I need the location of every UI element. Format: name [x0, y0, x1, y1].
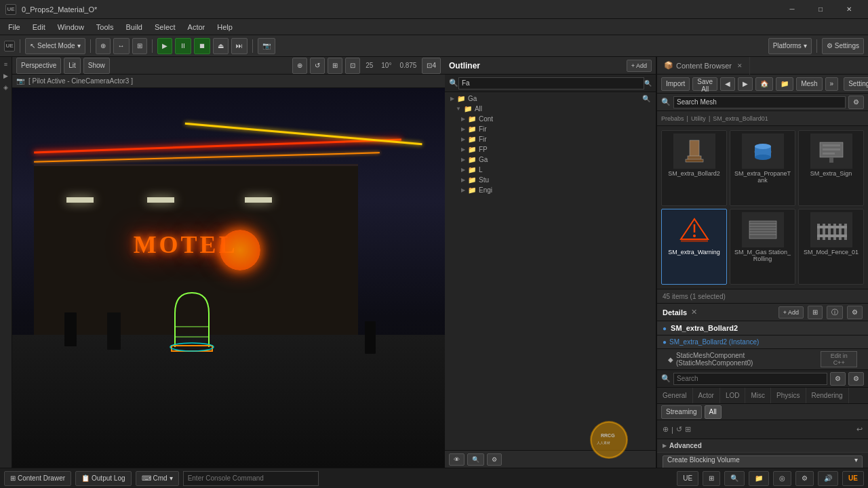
- tab-actor[interactable]: Actor: [693, 388, 720, 404]
- viewport-icon-1[interactable]: ⊕: [292, 58, 307, 74]
- ue-bottom-icon[interactable]: UE: [677, 471, 698, 486]
- perspective-button[interactable]: Perspective: [16, 58, 61, 74]
- maximize-button[interactable]: □: [807, 0, 834, 19]
- transform-btn-2[interactable]: ↔: [113, 38, 130, 54]
- outliner-add-button[interactable]: + Add: [627, 60, 652, 72]
- close-button[interactable]: ✕: [835, 0, 863, 19]
- expand-btn[interactable]: »: [825, 77, 839, 91]
- menu-edit[interactable]: Edit: [27, 22, 51, 33]
- mesh-item-bollard2[interactable]: SM_extra_Bollard2: [661, 130, 727, 206]
- menu-build[interactable]: Build: [121, 22, 148, 33]
- home-btn[interactable]: 🏠: [755, 77, 773, 91]
- cb-settings-btn[interactable]: Settings: [844, 77, 868, 91]
- outliner-search-input[interactable]: [458, 77, 644, 89]
- details-settings-btn[interactable]: ⚙: [847, 306, 863, 319]
- pause-button[interactable]: ⏸: [175, 38, 191, 54]
- play-button[interactable]: ▶: [157, 38, 172, 54]
- details-add-button[interactable]: + Add: [778, 306, 804, 319]
- show-button[interactable]: Show: [83, 58, 110, 74]
- details-close-btn[interactable]: ✕: [691, 308, 697, 317]
- mesh-item-propanetank[interactable]: SM_extra_PropaneTank: [730, 130, 795, 206]
- tree-item-engi[interactable]: ▶ 📁 Engi: [445, 185, 656, 195]
- tree-item-cont[interactable]: ▶ 📁 Cont: [445, 114, 656, 124]
- history-back-btn[interactable]: ◀: [720, 77, 735, 91]
- transform-btn-3[interactable]: ⊞: [132, 38, 147, 54]
- ue-engine-icon[interactable]: UE: [842, 471, 864, 486]
- viewport-icon-3[interactable]: ⊞: [328, 58, 342, 74]
- sidebar-icon-1[interactable]: ≡: [1, 60, 11, 69]
- sidebar-icon-3[interactable]: ◈: [1, 83, 11, 92]
- outliner-search-btn[interactable]: 🔍: [467, 453, 484, 466]
- outliner-filter-btn[interactable]: ⚙: [487, 453, 502, 466]
- skip-button[interactable]: ⏭: [231, 38, 248, 54]
- subtab-streaming[interactable]: Streaming: [661, 405, 702, 419]
- transform-btn-1[interactable]: ⊕: [96, 38, 111, 54]
- menu-select[interactable]: Select: [149, 22, 181, 33]
- mesh-item-gasstation[interactable]: SM_M_Gas Station_Rolling: [730, 209, 795, 285]
- tree-item-stu[interactable]: ▶ 📁 Stu: [445, 175, 656, 185]
- details-grid-btn[interactable]: ⊞: [808, 306, 823, 319]
- chrome-icon[interactable]: ◎: [773, 471, 791, 486]
- import-button[interactable]: Import: [661, 77, 690, 91]
- details-info-btn[interactable]: ⓘ: [827, 306, 843, 319]
- cb-close-icon[interactable]: ✕: [737, 62, 743, 69]
- folder-btn[interactable]: 📁: [776, 77, 793, 91]
- details-search-input[interactable]: [673, 373, 827, 385]
- save-all-button[interactable]: Save All: [692, 77, 717, 91]
- viewport-icon-4[interactable]: ⊡: [345, 58, 360, 74]
- tree-item-fir1[interactable]: ▶ 📁 Fir: [445, 124, 656, 134]
- subtab-all[interactable]: All: [705, 405, 722, 419]
- details-search-filter-btn[interactable]: ⚙: [848, 372, 864, 386]
- tab-physics[interactable]: Physics: [771, 388, 806, 404]
- history-fwd-btn[interactable]: ▶: [738, 77, 753, 91]
- sidebar-icon-2[interactable]: ▶: [1, 71, 11, 81]
- select-mode-button[interactable]: ↖ Select Mode ▾: [25, 38, 85, 54]
- cb-filter-btn[interactable]: ⚙: [848, 96, 864, 109]
- tree-item-fp[interactable]: ▶ 📁 FP: [445, 144, 656, 155]
- tree-item-fir2[interactable]: ▶ 📁 Fir: [445, 134, 656, 144]
- console-command-input[interactable]: [183, 471, 319, 486]
- camera-btn[interactable]: 📷: [258, 38, 275, 54]
- minimize-button[interactable]: ─: [778, 0, 806, 19]
- menu-file[interactable]: File: [3, 22, 26, 33]
- mesh-btn[interactable]: Mesh: [796, 77, 822, 91]
- tab-general[interactable]: General: [657, 388, 693, 404]
- folder-bottom-icon[interactable]: 📁: [749, 471, 769, 486]
- mesh-item-warning[interactable]: SM_extra_Warning: [661, 209, 727, 285]
- output-log-button[interactable]: 📋 Output Log: [75, 471, 131, 486]
- tab-content-browser[interactable]: 📦 Content Browser ✕: [657, 57, 750, 75]
- tab-lod[interactable]: LOD: [720, 388, 746, 404]
- edit-cpp-button[interactable]: Edit in C++: [821, 351, 857, 367]
- menu-help[interactable]: Help: [212, 22, 238, 33]
- windows-icon[interactable]: ⊞: [703, 471, 720, 486]
- menu-tools[interactable]: Tools: [91, 22, 119, 33]
- settings-button[interactable]: ⚙ Settings: [822, 38, 864, 54]
- outliner-eye-btn[interactable]: 👁: [449, 453, 465, 466]
- tree-item-ga2[interactable]: ▶ 📁 Ga: [445, 155, 656, 165]
- create-blocking-button[interactable]: Create Blocking Volume ▾: [663, 455, 863, 468]
- viewport-cam-btn[interactable]: ⊡4: [422, 58, 441, 74]
- instance-row[interactable]: ● SM_extra_Bollard2 (Instance): [657, 336, 868, 349]
- mesh-item-sign[interactable]: SM_extra_Sign: [798, 130, 864, 206]
- eject-button[interactable]: ⏏: [213, 38, 229, 54]
- platforms-button[interactable]: Platforms ▾: [768, 38, 812, 54]
- search-bottom-icon[interactable]: 🔍: [724, 471, 745, 486]
- content-drawer-button[interactable]: ⊞ Content Drawer: [4, 471, 71, 486]
- mesh-item-fence[interactable]: SM_Mod_Fence_01: [798, 209, 864, 285]
- tab-misc[interactable]: Misc: [745, 388, 771, 404]
- settings-bottom-icon[interactable]: ⚙: [795, 471, 814, 486]
- stop-button[interactable]: ⏹: [194, 38, 210, 54]
- tree-item-all[interactable]: ▼ 📁 All: [445, 104, 656, 114]
- details-search-settings-btn[interactable]: ⚙: [830, 372, 846, 386]
- speaker-icon[interactable]: 🔊: [818, 471, 838, 486]
- tree-item-l[interactable]: ▶ 📁 L: [445, 165, 656, 175]
- tree-item-ga[interactable]: ▶ 📁 Ga 🔍: [445, 94, 656, 104]
- tab-rendering[interactable]: Rendering: [806, 388, 849, 404]
- lit-button[interactable]: Lit: [64, 58, 81, 74]
- section-advanced-header[interactable]: ▶ Advanced: [657, 439, 868, 452]
- menu-actor[interactable]: Actor: [182, 22, 211, 33]
- menu-window[interactable]: Window: [52, 22, 90, 33]
- viewport[interactable]: MOTEL: [12, 88, 445, 468]
- cmd-button[interactable]: ⌨ Cmd ▾: [136, 471, 179, 486]
- cb-search-input[interactable]: [673, 96, 846, 108]
